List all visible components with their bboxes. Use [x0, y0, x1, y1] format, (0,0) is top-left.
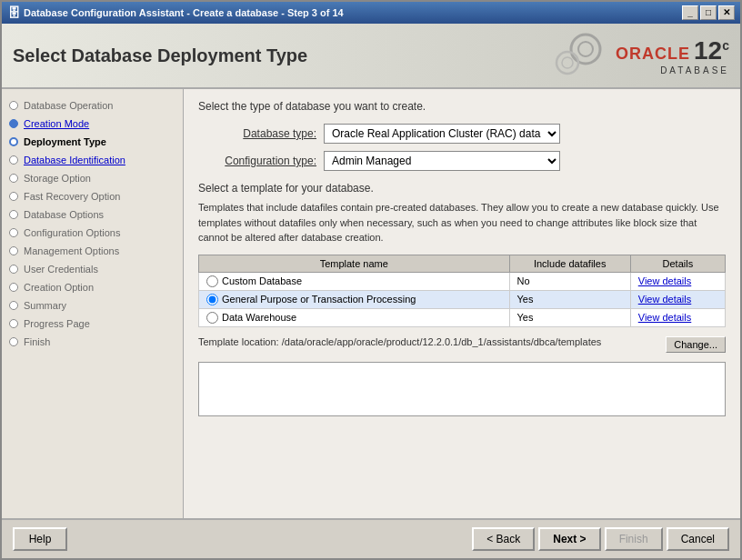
back-button[interactable]: < Back: [472, 527, 535, 551]
sidebar-item-storage-option[interactable]: Storage Option: [2, 169, 183, 187]
sidebar: Database Operation Creation Mode Deploym…: [2, 89, 184, 518]
template-location-path: /data/oracle/app/oracle/product/12.2.0.1…: [282, 336, 602, 347]
title-bar-left: 🗄 Database Configuration Assistant - Cre…: [7, 5, 344, 20]
template-radio-1[interactable]: [206, 294, 218, 305]
sidebar-label-7: Configuration Options: [24, 227, 120, 238]
configuration-type-label: Configuration type:: [198, 155, 316, 167]
title-bar: 🗄 Database Configuration Assistant - Cre…: [2, 2, 740, 24]
template-name-cell-1[interactable]: General Purpose or Transaction Processin…: [199, 290, 510, 308]
details-cell-2[interactable]: View details: [630, 308, 725, 326]
sidebar-item-finish[interactable]: Finish: [2, 333, 183, 351]
step-indicator-13: [9, 337, 18, 346]
sidebar-label-3: Database Identification: [24, 155, 125, 165]
template-table: Template name Include datafiles Details …: [198, 255, 726, 327]
template-radio-0[interactable]: [206, 275, 218, 287]
sidebar-label-5: Fast Recovery Option: [24, 191, 120, 202]
svg-point-2: [556, 52, 578, 74]
footer-left: Help: [13, 527, 67, 551]
gear-decoration-icon: [554, 31, 608, 81]
step-indicator-3: [9, 155, 18, 165]
table-row[interactable]: Data Warehouse Yes View details: [199, 308, 726, 326]
database-type-select[interactable]: Oracle Real Application Cluster (RAC) da…: [324, 124, 560, 144]
title-buttons[interactable]: _ □ ✕: [682, 5, 735, 20]
app-icon: 🗄: [7, 5, 20, 20]
template-location-text: Template location: /data/oracle/app/orac…: [198, 336, 658, 347]
sidebar-label-9: User Credentials: [24, 264, 98, 275]
page-title: Select Database Deployment Type: [13, 45, 307, 66]
step-indicator-4: [9, 174, 18, 183]
sidebar-item-progress-page[interactable]: Progress Page: [2, 315, 183, 333]
configuration-type-row: Configuration type: Admin Managed: [198, 151, 726, 171]
sidebar-item-database-operation[interactable]: Database Operation: [2, 96, 183, 115]
template-section-title: Select a template for your database.: [198, 182, 726, 195]
sidebar-item-configuration-options[interactable]: Configuration Options: [2, 224, 183, 242]
step-indicator-11: [9, 301, 18, 310]
content-description: Select the type of database you want to …: [198, 100, 726, 113]
step-indicator-9: [9, 265, 18, 274]
sidebar-label-4: Storage Option: [24, 173, 91, 184]
svg-point-3: [562, 57, 573, 68]
main-window: 🗄 Database Configuration Assistant - Cre…: [0, 0, 742, 560]
oracle-sub-text: DATABASE: [660, 65, 729, 75]
sidebar-item-database-identification[interactable]: Database Identification: [2, 151, 183, 169]
view-details-link-2[interactable]: View details: [638, 312, 692, 323]
view-details-link-0[interactable]: View details: [638, 275, 692, 286]
sidebar-item-creation-mode[interactable]: Creation Mode: [2, 115, 183, 133]
sidebar-label-0: Database Operation: [24, 100, 113, 111]
sidebar-item-summary[interactable]: Summary: [2, 296, 183, 315]
finish-button[interactable]: Finish: [605, 527, 663, 551]
content-area: Select the type of database you want to …: [184, 89, 740, 518]
template-radio-2[interactable]: [206, 312, 218, 324]
step-indicator-10: [9, 283, 18, 292]
maximize-button[interactable]: □: [700, 5, 717, 20]
oracle-logo-area: ORACLE 12c DATABASE: [554, 31, 729, 81]
step-indicator-6: [9, 210, 18, 219]
details-cell-0[interactable]: View details: [630, 272, 725, 290]
sidebar-item-creation-option[interactable]: Creation Option: [2, 278, 183, 296]
template-location-label: Template location:: [198, 336, 279, 347]
table-row[interactable]: General Purpose or Transaction Processin…: [199, 290, 726, 308]
table-row[interactable]: Custom Database No View details: [199, 272, 726, 290]
change-button[interactable]: Change...: [666, 336, 726, 353]
database-type-label: Database type:: [198, 127, 316, 140]
oracle-brand-text: ORACLE: [616, 45, 690, 64]
template-description: Templates that include datafiles contain…: [198, 200, 726, 245]
col-header-details: Details: [630, 255, 725, 272]
step-indicator-1: [9, 119, 18, 128]
sidebar-label-1: Creation Mode: [24, 118, 89, 129]
sidebar-label-10: Creation Option: [24, 282, 94, 293]
cancel-button[interactable]: Cancel: [667, 527, 729, 551]
oracle-logo: ORACLE 12c DATABASE: [616, 36, 729, 75]
step-indicator-8: [9, 246, 18, 255]
template-name-cell-0[interactable]: Custom Database: [199, 272, 510, 290]
template-location-area: Template location: /data/oracle/app/orac…: [198, 336, 726, 353]
sidebar-label-8: Management Options: [24, 245, 119, 256]
oracle-version-text: 12c: [694, 36, 729, 65]
col-header-include-datafiles: Include datafiles: [509, 255, 630, 272]
sidebar-item-management-options[interactable]: Management Options: [2, 242, 183, 260]
sidebar-item-deployment-type[interactable]: Deployment Type: [2, 133, 183, 151]
step-indicator-2: [9, 137, 18, 146]
view-details-link-1[interactable]: View details: [638, 294, 692, 305]
details-cell-1[interactable]: View details: [630, 290, 725, 308]
sql-preview-box: [198, 362, 726, 416]
header: Select Database Deployment Type ORACLE 1…: [2, 24, 740, 89]
sidebar-item-user-credentials[interactable]: User Credentials: [2, 260, 183, 278]
include-datafiles-cell-2: Yes: [509, 308, 630, 326]
col-header-template-name: Template name: [199, 255, 510, 272]
footer-right: < Back Next > Finish Cancel: [472, 527, 729, 551]
sidebar-label-11: Summary: [24, 300, 66, 311]
include-datafiles-cell-1: Yes: [509, 290, 630, 308]
next-button[interactable]: Next >: [538, 527, 600, 551]
close-button[interactable]: ✕: [718, 5, 735, 20]
help-button[interactable]: Help: [13, 527, 67, 551]
template-name-cell-2[interactable]: Data Warehouse: [199, 308, 510, 326]
sidebar-item-fast-recovery[interactable]: Fast Recovery Option: [2, 187, 183, 205]
sidebar-item-database-options[interactable]: Database Options: [2, 205, 183, 224]
minimize-button[interactable]: _: [682, 5, 698, 20]
window-title: Database Configuration Assistant - Creat…: [24, 7, 344, 18]
sidebar-label-13: Finish: [24, 336, 50, 347]
sidebar-label-12: Progress Page: [24, 318, 90, 329]
configuration-type-select[interactable]: Admin Managed: [324, 151, 560, 171]
database-type-row: Database type: Oracle Real Application C…: [198, 124, 726, 144]
